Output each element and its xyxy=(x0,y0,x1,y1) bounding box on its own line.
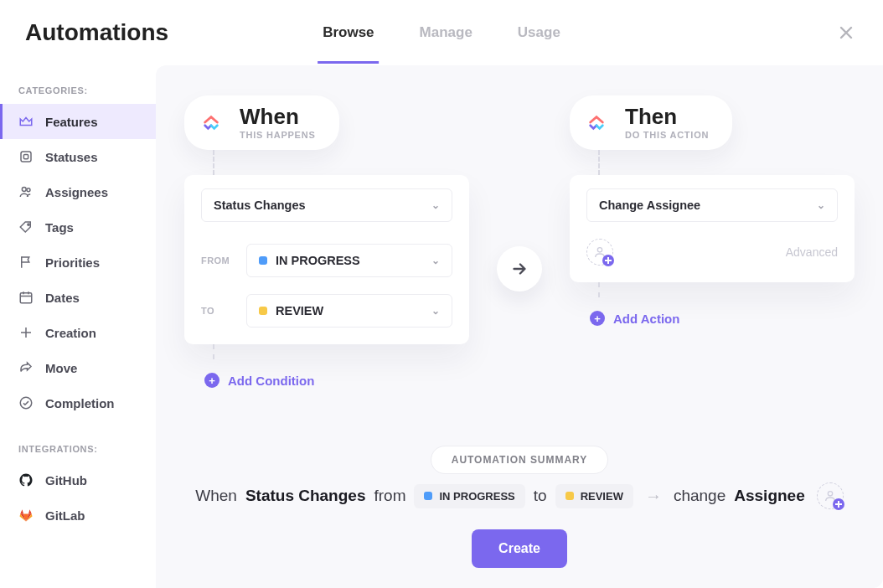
connector-line xyxy=(598,282,600,297)
sidebar-heading-categories: CATEGORIES: xyxy=(0,85,156,104)
arrow-right-icon: → xyxy=(642,487,665,506)
svg-rect-0 xyxy=(21,152,31,162)
flag-icon xyxy=(18,255,34,270)
tab-browse[interactable]: Browse xyxy=(318,3,379,64)
summary-action-target: Assignee xyxy=(734,487,804,505)
plus-icon xyxy=(18,325,34,340)
summary-text: change xyxy=(674,487,726,505)
to-status-select[interactable]: REVIEW ⌄ xyxy=(246,294,452,328)
clickup-logo-icon xyxy=(581,108,612,138)
svg-point-8 xyxy=(828,492,832,496)
summary-text: to xyxy=(534,487,547,505)
sidebar-item-statuses[interactable]: Statuses xyxy=(0,139,156,174)
connector-line xyxy=(213,344,214,359)
chevron-down-icon: ⌄ xyxy=(431,200,440,210)
summary-status-from: IN PROGRESS xyxy=(414,484,524,508)
sidebar-item-label: Features xyxy=(45,115,98,129)
chevron-down-icon: ⌄ xyxy=(817,200,825,210)
user-icon xyxy=(824,489,837,503)
connector-line xyxy=(598,150,600,175)
share-arrow-icon xyxy=(18,360,34,375)
sidebar-item-features[interactable]: Features xyxy=(0,104,156,139)
sidebar-item-label: Tags xyxy=(45,220,74,235)
chevron-down-icon: ⌄ xyxy=(431,255,440,266)
sidebar-item-label: Move xyxy=(45,361,77,375)
summary-heading: AUTOMATION SUMMARY xyxy=(431,446,608,474)
add-action-button[interactable]: + Add Action xyxy=(570,311,855,326)
sidebar-item-assignees[interactable]: Assignees xyxy=(0,174,156,209)
sidebar-item-label: Creation xyxy=(45,326,96,340)
plus-circle-icon: + xyxy=(590,311,605,326)
automation-summary: AUTOMATION SUMMARY When Status Changes f… xyxy=(184,412,855,568)
svg-rect-1 xyxy=(23,154,28,158)
users-icon xyxy=(18,184,34,199)
sidebar-item-github[interactable]: GitHub xyxy=(0,462,156,498)
user-icon xyxy=(593,245,607,259)
then-subtitle: DO THIS ACTION xyxy=(625,130,709,140)
sidebar-heading-integrations: INTEGRATIONS: xyxy=(0,420,156,462)
sidebar-item-label: Dates xyxy=(45,291,80,305)
sidebar: CATEGORIES: Features Statuses Assignees … xyxy=(0,65,156,588)
sidebar-item-completion[interactable]: Completion xyxy=(0,385,156,420)
sidebar-item-creation[interactable]: Creation xyxy=(0,315,156,350)
svg-point-2 xyxy=(22,188,26,192)
connector-line xyxy=(213,150,214,175)
sidebar-item-dates[interactable]: Dates xyxy=(0,280,156,315)
summary-trigger: Status Changes xyxy=(245,487,366,505)
sidebar-item-label: Assignees xyxy=(45,185,108,199)
tab-usage[interactable]: Usage xyxy=(513,3,565,64)
svg-point-6 xyxy=(20,397,32,409)
summary-text: from xyxy=(374,487,405,505)
tag-icon xyxy=(18,219,34,235)
status-color-swatch xyxy=(259,307,267,315)
chevron-down-icon: ⌄ xyxy=(431,306,440,316)
sidebar-item-tags[interactable]: Tags xyxy=(0,209,156,245)
svg-point-7 xyxy=(597,248,602,252)
advanced-link[interactable]: Advanced xyxy=(786,245,838,259)
sidebar-item-move[interactable]: Move xyxy=(0,350,156,385)
tab-manage[interactable]: Manage xyxy=(415,3,478,64)
action-select[interactable]: Change Assignee ⌄ xyxy=(586,188,838,222)
tab-bar: Browse Manage Usage xyxy=(318,3,565,64)
svg-point-4 xyxy=(28,224,29,225)
sidebar-item-gitlab[interactable]: GitLab xyxy=(0,498,156,533)
from-status-select[interactable]: IN PROGRESS ⌄ xyxy=(246,244,452,277)
from-label: FROM xyxy=(201,255,235,266)
status-color-swatch xyxy=(259,256,267,265)
create-button[interactable]: Create xyxy=(472,529,567,568)
then-header: Then DO THIS ACTION xyxy=(570,95,732,150)
flow-arrow xyxy=(497,246,542,291)
when-header: When THIS HAPPENS xyxy=(184,95,339,150)
page-title: Automations xyxy=(25,19,168,46)
check-circle-icon xyxy=(18,395,34,410)
assignee-picker[interactable] xyxy=(586,239,613,266)
add-condition-button[interactable]: + Add Condition xyxy=(184,373,469,388)
trigger-card: Status Changes ⌄ FROM IN PROGRESS ⌄ TO xyxy=(184,175,469,344)
trigger-select[interactable]: Status Changes ⌄ xyxy=(201,188,452,222)
close-button[interactable] xyxy=(834,21,858,44)
to-label: TO xyxy=(201,306,235,316)
summary-status-to: REVIEW xyxy=(555,484,633,508)
square-icon xyxy=(18,149,34,164)
svg-rect-5 xyxy=(20,293,32,303)
when-title: When xyxy=(240,106,316,128)
when-column: When THIS HAPPENS Status Changes ⌄ FROM xyxy=(184,95,469,388)
clickup-logo-icon xyxy=(196,108,226,138)
summary-text: When xyxy=(195,487,237,505)
then-title: Then xyxy=(625,106,709,128)
sidebar-item-label: GitLab xyxy=(45,508,85,523)
crown-icon xyxy=(18,114,34,129)
gitlab-icon xyxy=(18,508,34,523)
calendar-icon xyxy=(18,290,34,305)
sidebar-item-label: GitHub xyxy=(45,473,87,487)
svg-point-3 xyxy=(27,188,30,192)
sidebar-item-label: Completion xyxy=(45,396,115,410)
plus-circle-icon: + xyxy=(204,373,219,388)
close-icon xyxy=(838,24,855,41)
sidebar-item-label: Priorities xyxy=(45,255,100,270)
sidebar-item-priorities[interactable]: Priorities xyxy=(0,245,156,280)
when-subtitle: THIS HAPPENS xyxy=(240,130,316,140)
summary-assignee-picker[interactable] xyxy=(817,482,844,509)
then-column: Then DO THIS ACTION Change Assignee ⌄ xyxy=(570,95,855,326)
automation-canvas: When THIS HAPPENS Status Changes ⌄ FROM xyxy=(156,65,883,588)
